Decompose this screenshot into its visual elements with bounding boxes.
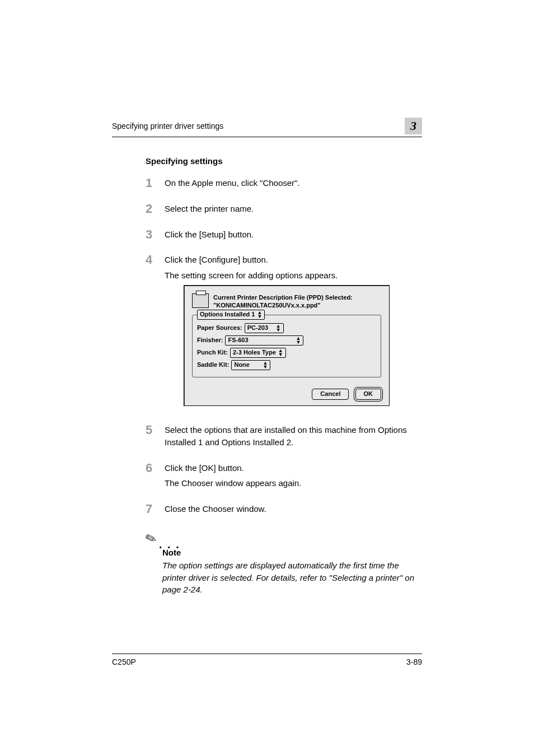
step-text: Close the Chooser window. bbox=[165, 503, 422, 515]
step-text: Select the printer name. bbox=[165, 203, 422, 215]
footer-model: C250P bbox=[112, 657, 136, 666]
step-number: 2 bbox=[146, 203, 165, 215]
chapter-tab: 3 bbox=[405, 118, 422, 134]
ok-button[interactable]: OK bbox=[355, 389, 382, 400]
updown-icon: ▲▼ bbox=[278, 349, 283, 357]
note-icon: ✎ bbox=[143, 529, 159, 548]
note-block: ✎ . . . Note The option settings are dis… bbox=[146, 531, 422, 596]
step-text: Click the [Setup] button. bbox=[165, 228, 422, 241]
footer-page: 3-89 bbox=[406, 657, 422, 666]
note-text: The option settings are displayed automa… bbox=[162, 559, 422, 596]
finisher-label: Finisher: bbox=[197, 336, 223, 345]
saddle-dropdown[interactable]: None ▲▼ bbox=[231, 360, 270, 370]
options-dropdown[interactable]: Options Installed 1 ▲▼ bbox=[197, 310, 265, 320]
step-text: Click the [Configure] button. bbox=[165, 254, 422, 266]
step-number: 1 bbox=[146, 177, 165, 189]
page-footer: C250P 3-89 bbox=[112, 654, 422, 666]
printer-icon bbox=[192, 293, 209, 308]
step-number: 4 bbox=[146, 254, 165, 266]
updown-icon: ▲▼ bbox=[276, 324, 281, 332]
steps-list: 1 On the Apple menu, click "Chooser". 2 … bbox=[146, 177, 422, 519]
step-number: 7 bbox=[146, 503, 165, 515]
paper-sources-dropdown[interactable]: PC-203 ▲▼ bbox=[245, 323, 284, 333]
configure-dialog: Current Printer Description File (PPD) S… bbox=[184, 285, 390, 406]
step-extra: The setting screen for adding options ap… bbox=[165, 269, 422, 282]
punch-label: Punch Kit: bbox=[197, 348, 228, 357]
step-text: On the Apple menu, click "Chooser". bbox=[165, 177, 422, 189]
step-text: Click the [OK] button. bbox=[165, 462, 422, 474]
running-title: Specifying printer driver settings bbox=[112, 122, 223, 130]
step-number: 6 bbox=[146, 462, 165, 474]
step-number: 5 bbox=[146, 424, 165, 436]
updown-icon: ▲▼ bbox=[263, 361, 268, 369]
finisher-dropdown[interactable]: FS-603 ▲▼ bbox=[225, 335, 303, 346]
finisher-value: FS-603 bbox=[228, 336, 248, 345]
ppd-line1: Current Printer Description File (PPD) S… bbox=[213, 293, 353, 301]
step-extra: The Chooser window appears again. bbox=[165, 477, 422, 489]
updown-icon: ▲▼ bbox=[296, 337, 301, 344]
ellipsis-icon: . . . bbox=[159, 542, 180, 547]
punch-dropdown[interactable]: 2-3 Holes Type ▲▼ bbox=[230, 348, 286, 358]
cancel-button[interactable]: Cancel bbox=[312, 389, 349, 400]
note-label: Note bbox=[162, 548, 422, 557]
paper-sources-label: Paper Sources: bbox=[197, 324, 242, 333]
saddle-label: Saddle Kit: bbox=[197, 361, 229, 370]
updown-icon: ▲▼ bbox=[257, 311, 262, 319]
paper-sources-value: PC-203 bbox=[247, 324, 268, 333]
step-number: 3 bbox=[146, 228, 165, 241]
group-legend-text: Options Installed 1 bbox=[200, 310, 255, 319]
saddle-value: None bbox=[234, 361, 250, 370]
ppd-line2: "KONICAMINOLTAC250UVx.x.x.ppd" bbox=[213, 301, 353, 309]
running-header: Specifying printer driver settings 3 bbox=[112, 118, 422, 137]
punch-value: 2-3 Holes Type bbox=[233, 348, 276, 357]
options-groupbox: Options Installed 1 ▲▼ Paper Sources: PC… bbox=[192, 315, 381, 377]
step-text: Select the options that are installed on… bbox=[165, 424, 422, 449]
section-heading: Specifying settings bbox=[146, 156, 422, 166]
